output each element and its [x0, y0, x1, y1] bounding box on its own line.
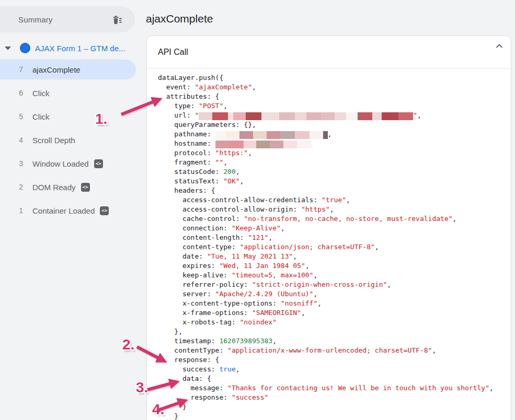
event-label: Click	[32, 89, 50, 98]
event-label: Click	[32, 112, 50, 121]
event-label: Scroll Depth	[32, 136, 75, 145]
code-line: x-robots-tag: "noindex"	[158, 318, 500, 327]
event-number: 7	[0, 65, 23, 74]
event-number: 3	[0, 159, 23, 168]
redacted-pixelated-value	[215, 141, 312, 148]
event-number: 6	[0, 89, 23, 97]
event-label: DOM Ready	[32, 183, 76, 192]
code-line: }	[158, 412, 500, 420]
code-tag-icon: <>	[81, 183, 90, 192]
delete-sweep-icon[interactable]	[111, 14, 123, 26]
triangle-down-icon[interactable]	[5, 46, 11, 50]
code-line: fragment: "",	[158, 158, 500, 167]
sidebar-item-event-click[interactable]: 6Click	[0, 83, 136, 103]
code-line: expires: "Wed, 11 Jan 1984 05",	[158, 261, 500, 271]
event-number: 4	[0, 136, 23, 144]
code-line: attributes: {	[158, 92, 500, 101]
debug-sidebar: Summary AJAX Form 1 – GTM de... 7ajaxCom…	[0, 0, 145, 420]
sidebar-item-event-ajaxcomplete[interactable]: 7ajaxComplete	[0, 60, 136, 79]
card-header: API Call	[147, 36, 511, 68]
event-number: 5	[0, 112, 23, 121]
code-line: date: "Tue, 11 May 2021 13",	[158, 252, 500, 261]
code-line: data: {	[158, 374, 500, 383]
code-line: },	[158, 327, 500, 336]
code-line: timestamp: 1620739895383,	[158, 336, 500, 346]
code-line: connection: "Keep-Alive",	[158, 224, 500, 233]
code-line: event: "ajaxComplete",	[158, 83, 500, 92]
code-line: x-frame-options: "SAMEORIGIN",	[158, 308, 500, 318]
code-line: statusCode: 200,	[158, 167, 500, 177]
sidebar-item-event-dom-ready[interactable]: 2DOM Ready<>	[0, 177, 136, 197]
code-line: access-control-allow-origin: "https",	[158, 205, 500, 214]
event-number: 1	[0, 206, 23, 215]
code-line: response: {	[158, 355, 500, 365]
code-line: url: "",	[158, 111, 500, 120]
summary-selector[interactable]: Summary	[0, 6, 135, 32]
code-line: dataLayer.push({	[158, 73, 500, 83]
code-line: headers: {	[158, 186, 500, 195]
card-title: API Call	[158, 48, 188, 57]
page-title: ajaxComplete	[146, 13, 213, 25]
event-label: Window Loaded	[32, 159, 89, 168]
code-line: }	[158, 402, 500, 412]
summary-label: Summary	[18, 15, 53, 24]
code-line: pathname: ,	[158, 130, 500, 139]
code-line: x-content-type-options: "nosniff",	[158, 299, 500, 308]
code-block: dataLayer.push({ event: "ajaxComplete", …	[147, 68, 511, 420]
blue-circle-icon	[20, 43, 30, 53]
sidebar-item-event-window-loaded[interactable]: 3Window Loaded<>	[0, 154, 136, 173]
event-label: ajaxComplete	[32, 65, 81, 74]
sidebar-item-event-container-loaded[interactable]: 1Container Loaded<>	[0, 201, 136, 220]
code-line: cache-control: "no-transform, no-cache, …	[158, 214, 500, 224]
code-line: response: "success"	[158, 393, 500, 402]
code-line: referrer-policy: "strict-origin-when-cro…	[158, 280, 500, 289]
event-label: Container Loaded	[32, 206, 95, 215]
container-label: AJAX Form 1 – GTM de...	[35, 44, 125, 53]
code-line: message: "Thanks for contacting us! We w…	[158, 383, 500, 393]
code-line: server: "Apache/2.4.29 (Ubuntu)",	[158, 289, 500, 299]
chevron-up-icon[interactable]	[493, 40, 506, 52]
code-line: contentType: "application/x-www-form-url…	[158, 346, 500, 355]
code-line: content-length: "121",	[158, 233, 500, 242]
code-line: success: true,	[158, 365, 500, 374]
sidebar-container-row[interactable]: AJAX Form 1 – GTM de...	[0, 40, 145, 56]
code-line: statusText: "OK",	[158, 177, 500, 186]
sidebar-item-event-click[interactable]: 5Click	[0, 107, 136, 126]
code-tag-icon: <>	[94, 159, 103, 168]
sidebar-item-event-scroll-depth[interactable]: 4Scroll Depth	[0, 130, 136, 150]
event-number: 2	[0, 183, 23, 191]
api-call-card: API Call dataLayer.push({ event: "ajaxCo…	[146, 36, 511, 420]
code-tag-icon: <>	[100, 206, 109, 215]
code-line: type: "POST",	[158, 101, 500, 111]
code-line: hostname:	[158, 139, 500, 148]
redacted-pixelated-value	[199, 112, 413, 120]
code-line: keep-alive: "timeout=5, max=100",	[158, 271, 500, 280]
code-line: protocol: "https:",	[158, 148, 500, 158]
redacted-pixelated-value	[215, 131, 328, 139]
code-line: content-type: "application/json; charset…	[158, 242, 500, 252]
code-line: queryParameters: {},	[158, 120, 500, 130]
code-line: access-control-allow-credentials: "true"…	[158, 195, 500, 205]
